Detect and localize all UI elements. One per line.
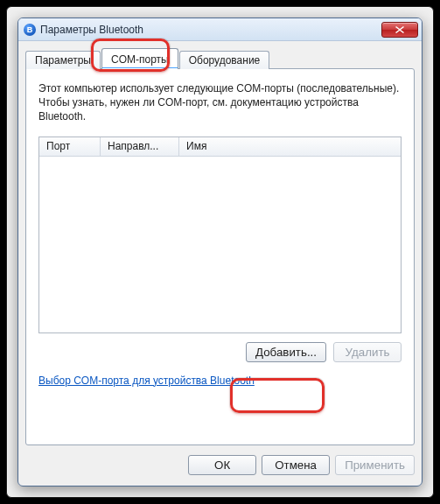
list-header: Порт Направл... Имя <box>39 137 401 157</box>
tab-com-ports[interactable]: COM-порты <box>101 48 178 69</box>
cancel-button[interactable]: Отмена <box>262 455 330 475</box>
apply-button: Применить <box>335 455 415 475</box>
dialog-window: B Параметры Bluetooth Параметры COM-порт… <box>17 18 423 486</box>
tab-parameters[interactable]: Параметры <box>25 51 101 69</box>
titlebar[interactable]: B Параметры Bluetooth <box>18 18 422 41</box>
bluetooth-icon: B <box>24 24 36 36</box>
description-text: Этот компьютер использует следующие COM-… <box>38 81 402 124</box>
tab-label: COM-порты <box>111 53 169 66</box>
dialog-footer: ОК Отмена Применить <box>25 451 415 479</box>
tab-label: Параметры <box>35 54 91 66</box>
column-direction[interactable]: Направл... <box>101 137 179 156</box>
delete-button: Удалить <box>333 342 402 362</box>
add-button[interactable]: Добавить... <box>246 342 326 362</box>
list-buttons: Добавить... Удалить <box>38 342 402 362</box>
tab-hardware[interactable]: Оборудование <box>179 51 270 69</box>
tab-label: Оборудование <box>189 54 261 66</box>
help-link[interactable]: Выбор COM-порта для устройства Bluetooth <box>38 374 255 387</box>
list-body[interactable] <box>39 157 401 332</box>
window-title: Параметры Bluetooth <box>40 24 143 36</box>
column-port[interactable]: Порт <box>39 137 101 156</box>
column-name[interactable]: Имя <box>179 137 401 156</box>
tabpanel-com-ports: Этот компьютер использует следующие COM-… <box>25 68 415 445</box>
client-area: Параметры COM-порты Оборудование Этот ко… <box>25 48 415 445</box>
ok-button[interactable]: ОК <box>188 455 256 475</box>
close-icon <box>395 26 404 33</box>
com-ports-list[interactable]: Порт Направл... Имя <box>38 136 402 333</box>
close-button[interactable] <box>381 22 418 38</box>
tabstrip: Параметры COM-порты Оборудование <box>25 48 415 69</box>
